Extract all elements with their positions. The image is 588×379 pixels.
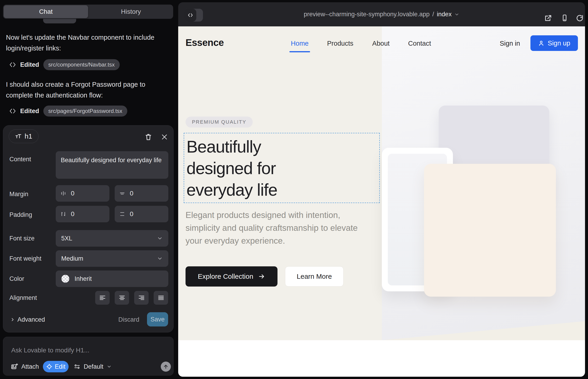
attach-label: Attach [21, 363, 39, 370]
selected-element-tag: h1 [9, 129, 39, 143]
edit-mode-button[interactable]: Edit [43, 361, 69, 372]
tag-label: h1 [25, 132, 32, 140]
margin-x-icon [60, 190, 66, 196]
chat-message: I should also create a Forgot Password p… [6, 79, 167, 101]
chevron-down-icon[interactable] [454, 12, 459, 17]
file-chip[interactable]: src/components/Navbar.tsx [43, 59, 120, 70]
mobile-view-icon[interactable] [561, 14, 569, 22]
chat-history-tabbar: Chat History [3, 5, 173, 19]
code-icon [184, 9, 196, 22]
preview-toolbar: preview--charming-site-symphony.lovable.… [178, 2, 585, 26]
padding-y-input[interactable]: 0 [115, 206, 168, 222]
nav-link-home[interactable]: Home [289, 39, 310, 48]
margin-y-value: 0 [130, 190, 134, 197]
explore-collection-label: Explore Collection [198, 272, 253, 280]
nav-link-products[interactable]: Products [325, 39, 356, 48]
send-button[interactable] [161, 362, 171, 372]
font-size-label: Font size [9, 234, 35, 243]
chat-message: Now let's update the Navbar component to… [6, 32, 167, 54]
margin-x-value: 0 [71, 190, 75, 197]
file-chip[interactable]: src/pages/ForgotPassword.tsx [43, 106, 127, 117]
align-right-button[interactable] [134, 291, 149, 305]
chevron-down-icon [157, 255, 163, 262]
composer-input[interactable] [11, 345, 157, 355]
padding-label: Padding [9, 210, 32, 219]
element-editor-panel: h1 Content Beautifully designed for ever… [3, 125, 174, 332]
padding-x-value: 0 [71, 210, 75, 218]
align-center-button[interactable] [115, 291, 129, 305]
selection-outline: Beautifully designed for everyday life [184, 133, 380, 203]
image-plus-icon [11, 363, 18, 370]
chat-composer: Attach Edit Default [3, 337, 174, 376]
url-page[interactable]: index [437, 11, 452, 18]
sign-up-button[interactable]: Sign up [530, 35, 578, 51]
font-size-select[interactable]: 5XL [56, 230, 168, 247]
url-domain[interactable]: preview--charming-site-symphony.lovable.… [304, 11, 430, 18]
discard-button[interactable]: Discard [118, 315, 139, 324]
preview-url: preview--charming-site-symphony.lovable.… [178, 2, 585, 26]
arrow-right-icon [258, 273, 265, 280]
font-weight-label: Font weight [9, 254, 42, 263]
align-left-button[interactable] [95, 291, 110, 305]
url-separator: / [432, 11, 434, 18]
type-icon [15, 133, 22, 140]
margin-label: Margin [9, 190, 29, 199]
tab-chat[interactable]: Chat [4, 5, 88, 18]
font-size-value: 5XL [61, 235, 72, 242]
padding-y-icon [119, 211, 125, 217]
nav-link-contact[interactable]: Contact [406, 39, 433, 48]
sign-up-label: Sign up [548, 39, 570, 47]
preview-window: preview--charming-site-symphony.lovable.… [178, 2, 585, 377]
alignment-label: Alignment [9, 293, 37, 302]
save-button[interactable]: Save [147, 312, 168, 327]
sliders-icon [74, 363, 80, 370]
site-logo[interactable]: Essence [186, 37, 224, 48]
font-weight-value: Medium [61, 255, 83, 262]
hero-heading[interactable]: Beautifully designed for everyday life [184, 133, 331, 201]
tab-history[interactable]: History [89, 5, 173, 19]
code-icon [9, 108, 16, 114]
nav-active-underline [289, 51, 310, 52]
site-canvas: Essence Home Products About Contact Sign… [178, 26, 585, 377]
align-justify-button[interactable] [154, 291, 168, 305]
content-input[interactable]: Beautifully designed for everyday life [56, 151, 168, 179]
advanced-toggle[interactable]: Advanced [10, 315, 45, 324]
explore-collection-button[interactable]: Explore Collection [186, 266, 278, 286]
edited-file-row: Edited src/pages/ForgotPassword.tsx [9, 106, 127, 117]
edited-file-row: Edited src/components/Navbar.tsx [9, 59, 120, 70]
delete-element-button[interactable] [144, 133, 153, 141]
nav-link-about[interactable]: About [370, 39, 391, 48]
edited-label: Edited [20, 108, 39, 115]
padding-y-value: 0 [130, 210, 134, 218]
font-weight-select[interactable]: Medium [56, 250, 168, 267]
advanced-label: Advanced [17, 316, 45, 323]
app: ·· Chat History Now let's update the Nav… [0, 0, 588, 379]
attach-button[interactable]: Attach [11, 361, 39, 372]
color-label: Color [9, 274, 24, 283]
chevron-down-icon [157, 235, 163, 241]
mode-selector[interactable]: Default [74, 361, 112, 372]
chevron-right-icon [10, 317, 15, 322]
close-panel-button[interactable] [161, 133, 168, 141]
chevron-down-icon [107, 364, 112, 369]
margin-x-input[interactable]: 0 [56, 185, 109, 202]
code-preview-toggle[interactable] [184, 9, 203, 22]
edited-label: Edited [20, 61, 39, 68]
hero-shape-cream [424, 164, 556, 297]
content-label: Content [9, 155, 31, 164]
hero-description[interactable]: Elegant products designed with intention… [186, 209, 371, 247]
open-in-new-tab-icon[interactable] [544, 14, 552, 22]
color-swatch-transparent [61, 275, 69, 283]
color-value: Inherit [75, 275, 92, 283]
padding-x-input[interactable]: 0 [56, 206, 109, 222]
learn-more-button[interactable]: Learn More [285, 266, 343, 286]
margin-y-input[interactable]: 0 [115, 185, 168, 202]
margin-y-icon [119, 190, 125, 196]
refresh-icon[interactable] [576, 14, 584, 22]
crosshair-icon [46, 363, 52, 370]
edit-label: Edit [55, 363, 66, 370]
padding-x-icon [60, 211, 66, 217]
user-icon [538, 40, 544, 46]
sign-in-link[interactable]: Sign in [500, 39, 520, 48]
color-select[interactable]: Inherit [56, 270, 168, 287]
